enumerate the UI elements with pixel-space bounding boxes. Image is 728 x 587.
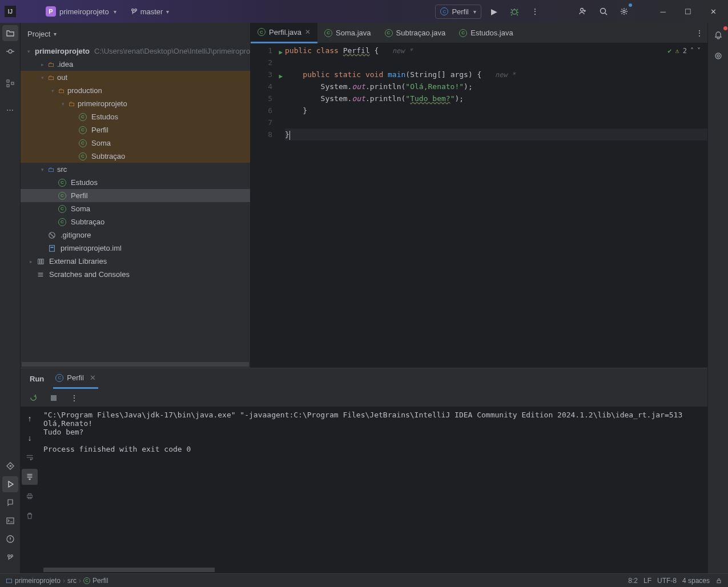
up-trace-button[interactable]: ↑ bbox=[22, 411, 38, 427]
search-button[interactable] bbox=[596, 3, 612, 19]
tree-class-soma[interactable]: CSoma bbox=[21, 202, 250, 215]
tree-file-iml[interactable]: primeiroprojeto.iml bbox=[21, 242, 250, 255]
expand-icon[interactable]: ▾ bbox=[39, 167, 46, 172]
tree-label: src bbox=[57, 165, 67, 174]
class-icon: C bbox=[459, 29, 467, 37]
crumb-project[interactable]: primeiroprojeto bbox=[15, 577, 61, 585]
run-button[interactable]: ▶ bbox=[486, 3, 502, 19]
prev-highlight-icon[interactable]: ˄ bbox=[690, 47, 694, 55]
scrollbar-horizontal[interactable] bbox=[22, 362, 249, 367]
structure-tool-button[interactable] bbox=[2, 75, 18, 91]
debug-button[interactable] bbox=[506, 3, 522, 19]
inspection-widget[interactable]: ✔ ⚠2 ˄ ˅ bbox=[667, 47, 701, 55]
close-tab-icon[interactable]: ✕ bbox=[305, 28, 311, 36]
tree-folder-production[interactable]: ▾ 🗀 production bbox=[21, 84, 250, 97]
svg-point-2 bbox=[601, 9, 606, 14]
run-tool-button[interactable] bbox=[2, 476, 18, 492]
code-with-me-button[interactable] bbox=[575, 3, 591, 19]
tree-folder-src[interactable]: ▾ 🗀 src bbox=[21, 163, 250, 176]
tree-folder-out[interactable]: ▾ 🗀 out bbox=[21, 71, 250, 84]
project-selector[interactable]: P primeiroprojeto ▾ bbox=[41, 4, 121, 19]
tree-class-perfil[interactable]: CPerfil bbox=[21, 189, 250, 202]
run-tab-label: Perfil bbox=[67, 373, 84, 382]
commit-tool-button[interactable] bbox=[2, 43, 18, 59]
tree-folder-idea[interactable]: ▸ 🗀 .idea bbox=[21, 58, 250, 71]
console-output[interactable]: "C:\Program Files\Java\jdk-17\bin\java.e… bbox=[39, 407, 707, 568]
build-tool-button[interactable] bbox=[2, 494, 18, 510]
next-highlight-icon[interactable]: ˅ bbox=[697, 47, 701, 55]
run-more-button[interactable]: ⋮ bbox=[66, 390, 82, 406]
caret-position[interactable]: 8:2 bbox=[628, 577, 638, 585]
tree-class-subtracao-out[interactable]: CSubtraçao bbox=[21, 150, 250, 163]
tab-estudos[interactable]: C Estudos.java bbox=[452, 23, 520, 43]
rerun-button[interactable] bbox=[25, 390, 41, 406]
main-menu-button[interactable] bbox=[21, 3, 37, 19]
scroll-to-end-button[interactable] bbox=[22, 469, 38, 485]
down-trace-button[interactable]: ↓ bbox=[22, 430, 38, 446]
terminal-tool-button[interactable] bbox=[2, 513, 18, 529]
tree-file-gitignore[interactable]: .gitignore bbox=[21, 228, 250, 242]
vcs-tool-button[interactable] bbox=[2, 549, 18, 565]
project-tool-button[interactable] bbox=[2, 25, 18, 41]
readonly-lock-icon[interactable] bbox=[715, 577, 722, 584]
print-button[interactable] bbox=[22, 488, 38, 504]
more-actions-button[interactable]: ⋮ bbox=[527, 3, 543, 19]
tree-folder-out-project[interactable]: ▾ 🗀 primeiroprojeto bbox=[21, 97, 250, 110]
svg-rect-7 bbox=[11, 82, 14, 85]
crumb-file[interactable]: Perfil bbox=[92, 577, 108, 585]
breadcrumb[interactable]: primeiroprojeto › src › C Perfil bbox=[6, 577, 108, 585]
minimize-button[interactable]: ─ bbox=[653, 3, 673, 19]
code-editor[interactable]: 1▶ 2 3▶ 4 5 6 7 8 public class Perfil { … bbox=[251, 43, 707, 368]
run-toolbar: ⋮ bbox=[21, 389, 707, 407]
tree-external-libs[interactable]: ▸ External Libraries bbox=[21, 255, 250, 268]
services-tool-button[interactable] bbox=[2, 458, 18, 474]
vcs-branch-selector[interactable]: master ▾ bbox=[126, 5, 174, 18]
maximize-button[interactable]: ☐ bbox=[678, 3, 698, 19]
more-tools-button[interactable]: ⋯ bbox=[2, 102, 18, 118]
inspection-count: 2 bbox=[683, 47, 687, 55]
run-tab-perfil[interactable]: C Perfil ✕ bbox=[53, 368, 98, 389]
stop-button[interactable] bbox=[46, 390, 62, 406]
notifications-button[interactable] bbox=[710, 27, 726, 43]
close-window-button[interactable]: ✕ bbox=[703, 3, 723, 19]
tree-root[interactable]: ▾ primeiroprojeto C:\Users\renat\Desktop… bbox=[21, 45, 250, 58]
tree-scratches[interactable]: Scratches and Consoles bbox=[21, 268, 250, 281]
code-content[interactable]: public class Perfil { new * public stati… bbox=[285, 43, 707, 368]
soft-wrap-button[interactable] bbox=[22, 449, 38, 465]
file-encoding[interactable]: UTF-8 bbox=[657, 577, 677, 585]
line-separator[interactable]: LF bbox=[643, 577, 651, 585]
console-scrollbar[interactable] bbox=[43, 568, 215, 572]
tab-perfil[interactable]: C Perfil.java ✕ bbox=[251, 23, 317, 43]
tree-class-subtracao[interactable]: CSubtraçao bbox=[21, 215, 250, 228]
tree-class-perfil-out[interactable]: CPerfil bbox=[21, 123, 250, 136]
crumb-src[interactable]: src bbox=[67, 577, 77, 585]
expand-icon[interactable]: ▸ bbox=[39, 62, 46, 67]
class-icon: C bbox=[440, 7, 448, 15]
expand-icon[interactable]: ▾ bbox=[39, 75, 46, 81]
expand-icon[interactable]: ▾ bbox=[27, 49, 30, 54]
editor-more-button[interactable]: ⋮ bbox=[691, 25, 707, 41]
expand-icon[interactable]: ▾ bbox=[59, 101, 66, 107]
titlebar: IJ P primeiroprojeto ▾ master ▾ C Perfil… bbox=[0, 0, 728, 23]
expand-icon[interactable]: ▸ bbox=[27, 259, 34, 264]
tree-class-estudos-out[interactable]: CEstudos bbox=[21, 110, 250, 123]
run-config-selector[interactable]: C Perfil ▾ bbox=[435, 5, 481, 19]
class-icon: C bbox=[58, 205, 66, 213]
ai-assistant-button[interactable] bbox=[710, 48, 726, 64]
problems-tool-button[interactable] bbox=[2, 531, 18, 547]
chevron-down-icon: ▾ bbox=[166, 9, 169, 15]
close-tab-icon[interactable]: ✕ bbox=[90, 373, 96, 382]
clear-button[interactable] bbox=[22, 508, 38, 524]
svg-point-23 bbox=[717, 55, 719, 57]
expand-icon[interactable]: ▾ bbox=[49, 88, 56, 94]
tree-class-soma-out[interactable]: CSoma bbox=[21, 136, 250, 150]
indent-setting[interactable]: 4 spaces bbox=[682, 577, 710, 585]
tree-class-estudos[interactable]: CEstudos bbox=[21, 176, 250, 189]
settings-button[interactable] bbox=[616, 3, 632, 19]
scratches-icon bbox=[37, 271, 45, 279]
svg-point-1 bbox=[581, 9, 584, 11]
tab-soma[interactable]: C Soma.java bbox=[317, 23, 377, 43]
project-panel-header[interactable]: Project ▾ bbox=[21, 23, 250, 45]
check-icon: ✔ bbox=[667, 47, 671, 55]
tab-subtracao[interactable]: C Subtraçao.java bbox=[378, 23, 453, 43]
